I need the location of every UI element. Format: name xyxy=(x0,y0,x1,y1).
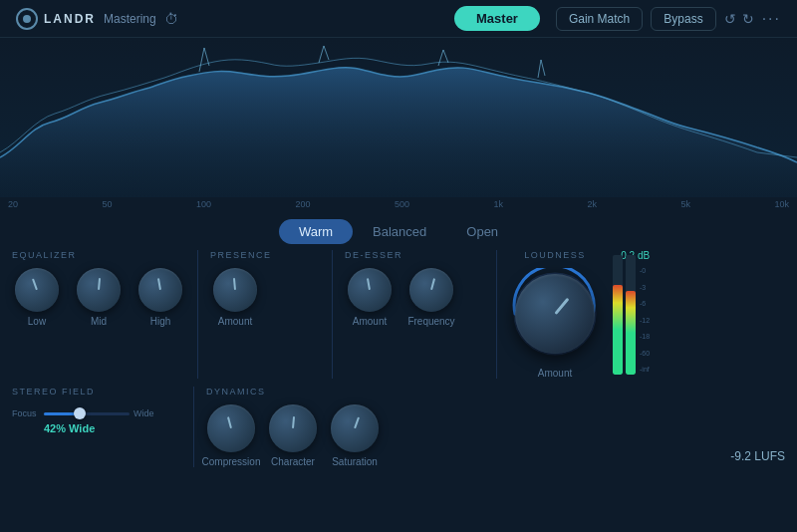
meter-bar-1 xyxy=(613,255,623,375)
eq-mid-label: Mid xyxy=(91,316,107,327)
eq-high-knob-wrap: High xyxy=(135,268,185,327)
logo-icon xyxy=(16,8,38,30)
compression-label: Compression xyxy=(202,456,261,467)
undo-button[interactable]: ↺ xyxy=(724,11,736,27)
stereo-wide-label: Wide xyxy=(133,408,161,418)
character-knob[interactable] xyxy=(269,404,317,452)
lufs-value: -9.2 LUFS xyxy=(730,449,785,463)
style-warm-button[interactable]: Warm xyxy=(279,219,353,244)
saturation-knob[interactable] xyxy=(331,404,379,452)
eq-high-label: High xyxy=(150,316,171,327)
bypass-button[interactable]: Bypass xyxy=(651,7,715,31)
eq-low-knob[interactable] xyxy=(15,268,59,312)
equalizer-label: EQUALIZER xyxy=(12,250,77,260)
header: LANDR Mastering ⏱ Master Gain Match Bypa… xyxy=(0,0,797,38)
meter-bar-2 xyxy=(626,255,636,375)
de-esser-label: DE-ESSER xyxy=(345,250,402,260)
loudness-meter xyxy=(613,265,636,375)
presence-amount-wrap: Amount xyxy=(210,268,260,327)
freq-500: 500 xyxy=(395,199,409,209)
freq-2k: 2k xyxy=(587,199,597,209)
stereo-field-label: STEREO FIELD xyxy=(12,387,95,397)
master-button[interactable]: Master xyxy=(454,6,540,31)
logo-text: LANDR xyxy=(44,12,96,26)
meter-label-0: -0 xyxy=(640,267,650,274)
meter-label-6: -6 xyxy=(640,300,650,307)
more-button[interactable]: ··· xyxy=(762,10,781,28)
presence-knobs: Amount xyxy=(210,268,260,327)
loudness-amount-label: Amount xyxy=(538,368,572,379)
meter-label-18: -18 xyxy=(640,333,650,340)
meter-label-12: -12 xyxy=(640,317,650,324)
presence-label: PRESENCE xyxy=(210,250,272,260)
meter-label-inf: -inf xyxy=(640,366,650,373)
clock-icon: ⏱ xyxy=(164,11,178,27)
presence-section: PRESENCE Amount xyxy=(210,250,320,379)
stereo-slider-row: Focus Wide xyxy=(12,408,161,418)
loudness-label: LOUDNESS xyxy=(524,250,586,260)
loudness-section: LOUDNESS Amount -0.2 dB xyxy=(509,250,785,379)
de-esser-freq-knob[interactable] xyxy=(409,268,453,312)
gain-match-button[interactable]: Gain Match xyxy=(556,7,643,31)
saturation-knob-wrap: Saturation xyxy=(330,404,380,467)
eq-low-knob-wrap: Low xyxy=(12,268,62,327)
eq-low-label: Low xyxy=(28,316,46,327)
freq-1k: 1k xyxy=(493,199,503,209)
style-balanced-button[interactable]: Balanced xyxy=(353,219,446,244)
style-selector: Warm Balanced Open xyxy=(0,219,797,244)
dynamics-label: DYNAMICS xyxy=(206,387,266,397)
stereo-focus-label: Focus xyxy=(12,408,40,418)
style-open-button[interactable]: Open xyxy=(446,219,518,244)
app-subtitle: Mastering xyxy=(104,12,156,26)
de-esser-knobs: Amount Frequency xyxy=(345,268,456,327)
presence-amount-label: Amount xyxy=(218,316,252,327)
divider-4 xyxy=(193,387,194,467)
freq-100: 100 xyxy=(196,199,211,209)
de-esser-amount-knob[interactable] xyxy=(348,268,392,312)
equalizer-knobs: Low Mid High xyxy=(12,268,185,327)
loudness-amount-knob[interactable] xyxy=(515,274,595,354)
frequency-labels: 20 50 100 200 500 1k 2k 5k 10k xyxy=(0,197,797,211)
equalizer-section: EQUALIZER Low Mid High xyxy=(12,250,185,379)
stereo-value-row: 42% Wide xyxy=(12,422,95,434)
de-esser-amount-label: Amount xyxy=(353,316,387,327)
eq-mid-knob-wrap: Mid xyxy=(74,268,124,327)
stereo-field-section: STEREO FIELD Focus Wide 42% Wide xyxy=(12,387,181,467)
compression-knob[interactable] xyxy=(207,404,255,452)
meter-scale: -0 -3 -6 -12 -18 -60 -inf xyxy=(640,265,650,375)
de-esser-amount-wrap: Amount xyxy=(345,268,395,327)
compression-knob-wrap: Compression xyxy=(206,404,256,467)
lufs-display: -9.2 LUFS xyxy=(730,387,785,467)
divider-3 xyxy=(496,250,497,379)
redo-button[interactable]: ↻ xyxy=(742,11,754,27)
saturation-label: Saturation xyxy=(332,456,378,467)
dynamics-knobs: Compression Character Saturation xyxy=(206,404,380,467)
spectrum-analyzer xyxy=(0,38,797,197)
meter-label-60: -60 xyxy=(640,350,650,357)
eq-mid-knob[interactable] xyxy=(77,268,121,312)
divider-2 xyxy=(332,250,333,379)
freq-50: 50 xyxy=(102,199,112,209)
de-esser-freq-label: Frequency xyxy=(407,316,454,327)
undo-redo-group: ↺ ↻ xyxy=(724,11,754,27)
de-esser-freq-wrap: Frequency xyxy=(406,268,456,327)
freq-20: 20 xyxy=(8,199,18,209)
dynamics-section: DYNAMICS Compression Character Saturatio… xyxy=(206,387,386,467)
freq-200: 200 xyxy=(295,199,310,209)
bottom-controls: STEREO FIELD Focus Wide 42% Wide DYNAMIC… xyxy=(0,387,797,467)
stereo-slider[interactable] xyxy=(44,412,130,415)
character-knob-wrap: Character xyxy=(268,404,318,467)
freq-10k: 10k xyxy=(774,199,789,209)
freq-5k: 5k xyxy=(680,199,690,209)
stereo-value: 42% Wide xyxy=(44,422,95,434)
divider-1 xyxy=(197,250,198,379)
spacer xyxy=(386,387,730,467)
de-esser-section: DE-ESSER Amount Frequency xyxy=(345,250,484,379)
eq-high-knob[interactable] xyxy=(138,268,182,312)
character-label: Character xyxy=(271,456,315,467)
presence-amount-knob[interactable] xyxy=(213,268,257,312)
meter-label-3: -3 xyxy=(640,284,650,291)
main-controls: EQUALIZER Low Mid High xyxy=(0,250,797,379)
